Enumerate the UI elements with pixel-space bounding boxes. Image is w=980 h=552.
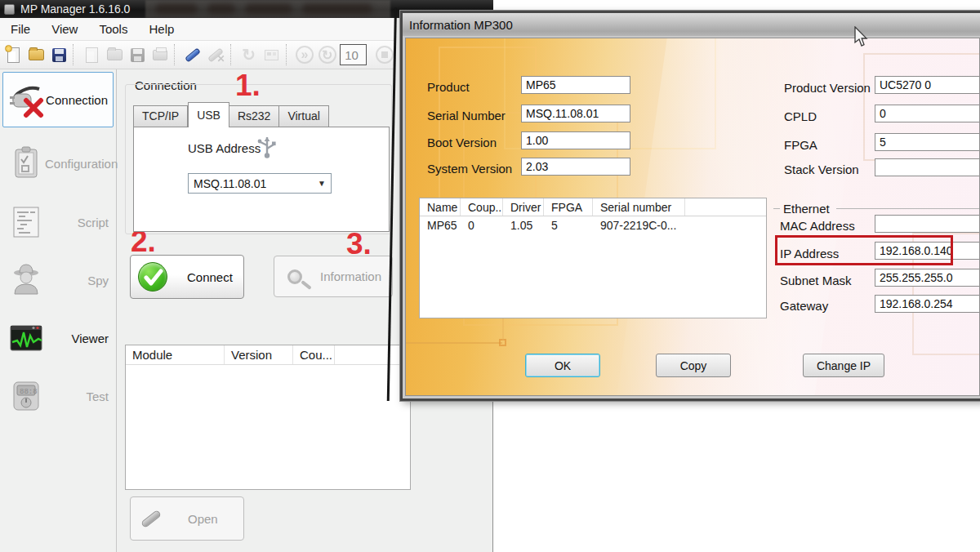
product-label: Product <box>427 80 470 94</box>
printer-icon <box>153 50 167 60</box>
column-driver[interactable]: Driver <box>503 198 544 216</box>
boot-version-field[interactable] <box>521 131 630 149</box>
sidebar-label: Spy <box>87 274 109 287</box>
menu-help[interactable]: Help <box>138 19 185 39</box>
system-version-field[interactable] <box>521 158 630 176</box>
loop-button[interactable]: ↻ <box>317 44 337 66</box>
cell-fpga: 5 <box>544 216 593 234</box>
product-field[interactable] <box>521 76 630 94</box>
fpga-field[interactable] <box>875 133 980 151</box>
disconnect-tool-button[interactable]: ✕ <box>206 44 226 66</box>
dialog-title: Information MP300 <box>409 18 513 32</box>
menu-view[interactable]: View <box>41 19 88 39</box>
new-script-button[interactable] <box>82 44 102 66</box>
annotation-step-3: 3. <box>346 229 372 259</box>
mouse-cursor <box>853 26 869 47</box>
new-star-icon <box>5 45 12 52</box>
circuit-trace <box>406 342 502 344</box>
column-fpga[interactable]: FPGA <box>544 198 593 216</box>
tab-tcpip[interactable]: TCP/IP <box>133 105 188 127</box>
coupler-table[interactable]: Name Coup... Driver FPGA Serial number M… <box>419 198 767 318</box>
ip-address-highlight-box <box>775 235 953 265</box>
viewer-waveform-icon <box>7 319 45 357</box>
menu-tools[interactable]: Tools <box>88 19 138 39</box>
dialog-body: Product Serial Number Boot Version Syste… <box>405 38 980 396</box>
iterations-input[interactable] <box>340 44 367 65</box>
sidebar-item-viewer[interactable]: Viewer <box>2 312 114 364</box>
sidebar-item-script[interactable]: Script <box>2 196 114 248</box>
stack-version-label: Stack Version <box>784 162 859 176</box>
column-coupler[interactable]: Cou... <box>293 345 335 364</box>
background-window-blur <box>145 0 390 18</box>
tab-rs232[interactable]: Rs232 <box>229 105 279 127</box>
information-button-label: Information <box>320 269 381 283</box>
information-button[interactable]: Information <box>274 256 393 297</box>
open-folder-icon <box>29 49 44 60</box>
gateway-field[interactable] <box>875 295 980 313</box>
product-version-field[interactable] <box>875 76 980 94</box>
menu-file[interactable]: File <box>0 19 41 39</box>
sidebar-label: Connection <box>46 93 108 107</box>
run-button[interactable]: » <box>294 44 314 66</box>
subnet-mask-field[interactable] <box>875 269 980 287</box>
column-serial-number[interactable]: Serial number <box>593 198 685 216</box>
sidebar-item-connection[interactable]: Connection <box>2 72 114 127</box>
sidebar: Connection Configuration <box>0 69 117 552</box>
change-ip-button[interactable]: Change IP <box>803 354 884 377</box>
fast-forward-icon: » <box>296 46 314 64</box>
save-script-button[interactable] <box>127 44 148 66</box>
cell-driver: 1.05 <box>503 216 544 234</box>
cpld-label: CPLD <box>784 109 817 123</box>
column-version[interactable]: Version <box>225 345 293 364</box>
refresh-button[interactable]: ↻ <box>238 44 259 66</box>
usb-address-combobox[interactable]: MSQ.11.08.01 ▼ <box>188 173 332 194</box>
blur-blob <box>245 4 292 14</box>
sidebar-item-configuration[interactable]: Configuration <box>2 137 114 189</box>
dialog-titlebar[interactable]: Information MP300 <box>403 13 980 36</box>
sidebar-item-test[interactable]: 88:8 Test <box>2 370 114 422</box>
stack-version-field[interactable] <box>875 158 980 176</box>
loop-icon: ↻ <box>318 46 336 64</box>
product-version-label: Product Version <box>784 81 871 95</box>
copy-button[interactable]: Copy <box>656 354 731 377</box>
ok-button[interactable]: OK <box>525 354 600 377</box>
stop-icon <box>376 46 394 64</box>
mac-address-field[interactable] <box>875 215 980 233</box>
tab-usb[interactable]: USB <box>188 102 229 127</box>
coupler-table-row[interactable]: MP65 0 1.05 5 907-2219C-0... <box>420 216 766 234</box>
modules-panel-button[interactable] <box>261 44 282 66</box>
magnifier-icon <box>287 269 302 284</box>
save-file-button[interactable] <box>49 44 69 66</box>
chevron-down-icon: ▼ <box>313 179 331 188</box>
connect-tool-button[interactable] <box>183 44 203 66</box>
fpga-label: FPGA <box>784 138 817 152</box>
usb-icon <box>256 134 278 160</box>
usb-address-label: USB Address <box>188 141 261 155</box>
tab-virtual[interactable]: Virtual <box>279 105 328 127</box>
menu-bar: File View Tools Help <box>0 18 394 41</box>
subnet-mask-label: Subnet Mask <box>780 274 852 287</box>
ethernet-group-border <box>773 208 780 209</box>
script-page-icon <box>7 203 45 241</box>
refresh-icon: ↻ <box>242 45 256 65</box>
sidebar-label: Script <box>78 216 109 229</box>
connector-icon <box>140 509 162 528</box>
open-script-button[interactable] <box>105 44 125 66</box>
cpld-field[interactable] <box>875 105 980 122</box>
column-module[interactable]: Module <box>126 345 225 364</box>
column-name[interactable]: Name <box>420 198 461 216</box>
stop-button[interactable] <box>374 44 394 66</box>
toolbar-separator <box>73 44 78 65</box>
window-title: MP Manager 1.6.16.0 <box>20 2 130 16</box>
open-file-button[interactable] <box>26 44 47 66</box>
print-button[interactable] <box>150 44 171 66</box>
new-file-button[interactable] <box>3 44 24 66</box>
coupler-table-header: Name Coup... Driver FPGA Serial number <box>420 198 766 216</box>
module-list[interactable]: Module Version Cou... <box>125 345 411 490</box>
open-button[interactable]: Open <box>130 496 244 541</box>
serial-number-field[interactable] <box>521 105 630 122</box>
column-coupler[interactable]: Coup... <box>461 198 503 216</box>
sidebar-item-spy[interactable]: Spy <box>2 254 114 306</box>
connect-button[interactable]: Connect <box>130 255 244 299</box>
toolbar-separator <box>286 44 291 65</box>
